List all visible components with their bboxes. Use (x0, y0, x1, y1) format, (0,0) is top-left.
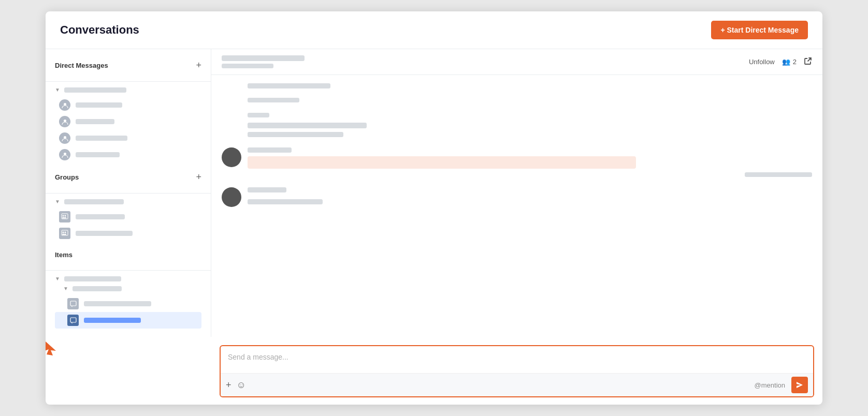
message-item-2-group (222, 113, 812, 137)
svg-point-8 (63, 232, 64, 233)
compose-emoji-button[interactable]: ☺ (237, 380, 246, 390)
items-label-1-skeleton (64, 276, 121, 281)
message-item-1 (222, 83, 812, 102)
add-dm-button[interactable]: + (196, 61, 201, 70)
msg4-line (248, 199, 323, 204)
sidebar-section-direct-messages: Direct Messages + (46, 54, 211, 79)
messages-header: Unfollow 👥 2 (211, 49, 822, 75)
participants-badge[interactable]: 👥 2 (782, 58, 797, 66)
compose-toolbar-right: @mention (755, 377, 808, 393)
sidebar-item-dm-4[interactable] (55, 146, 201, 163)
items-collapse-row-1[interactable]: ▼ (55, 276, 201, 281)
message-content-3 (248, 147, 812, 177)
sidebar-item-chat-2[interactable] (55, 312, 201, 329)
sidebar: Direct Messages + ▼ (46, 49, 211, 337)
app-header: Conversations + Start Direct Message (46, 11, 822, 49)
sidebar-item-chat-1[interactable] (55, 295, 201, 312)
compose-area: Send a message... + ☺ @mention (220, 345, 814, 397)
msg2-lines (248, 123, 812, 137)
sidebar-item-group-2[interactable] (55, 225, 201, 242)
svg-point-9 (65, 232, 66, 233)
chat-icon-1 (67, 298, 79, 309)
msg4-name (248, 187, 286, 192)
group-item-1-label (76, 214, 125, 219)
sidebar-item-dm-1[interactable] (55, 97, 201, 113)
sidebar-item-group-1[interactable] (55, 209, 201, 225)
msg3-header (248, 147, 812, 153)
sidebar-item-dm-3[interactable] (55, 130, 201, 146)
msg2-line1 (248, 123, 367, 128)
dm-collapse-row[interactable]: ▼ (55, 87, 201, 93)
message-content-4 (248, 187, 812, 207)
user-icon-2 (59, 116, 70, 127)
app-container: Conversations + Start Direct Message Dir… (46, 11, 822, 405)
svg-point-1 (64, 120, 66, 122)
dm-item-3-label (76, 136, 127, 141)
divider-1 (46, 81, 211, 82)
section-title-dm: Direct Messages (55, 62, 108, 69)
messages-list (211, 75, 822, 340)
mention-label: @mention (755, 381, 785, 389)
messages-header-left (222, 55, 305, 68)
svg-point-0 (64, 103, 66, 106)
unfollow-button[interactable]: Unfollow (749, 58, 775, 66)
compose-placeholder: Send a message... (228, 353, 288, 361)
divider-2 (46, 193, 211, 194)
external-link-button[interactable] (804, 57, 812, 67)
groups-collapse-row[interactable]: ▼ (55, 199, 201, 204)
main-layout: Direct Messages + ▼ (46, 49, 822, 405)
add-group-button[interactable]: + (196, 172, 201, 182)
sidebar-item-dm-2[interactable] (55, 113, 201, 130)
participants-count: 2 (793, 58, 797, 66)
msg1-line2 (248, 98, 299, 102)
section-header-items: Items (55, 251, 201, 259)
items-label-2-skeleton (73, 286, 122, 291)
dm-item-2-label (76, 119, 114, 124)
section-header-dm: Direct Messages + (55, 61, 201, 70)
svg-rect-11 (70, 318, 76, 322)
divider-3 (46, 270, 211, 271)
compose-toolbar: + ☺ @mention (221, 373, 813, 396)
start-dm-button[interactable]: + Start Direct Message (711, 21, 808, 39)
page-title: Conversations (60, 23, 139, 37)
items-collapse-row-2[interactable]: ▼ (55, 286, 201, 291)
msg1-line1 (248, 83, 330, 88)
svg-point-5 (63, 215, 64, 217)
items-chevron-2-icon: ▼ (63, 286, 68, 291)
content-area: Unfollow 👥 2 (211, 49, 822, 405)
group-icon-2 (59, 228, 70, 239)
msg3-time (745, 172, 812, 177)
message-item-4 (222, 187, 812, 207)
header-subtitle-skeleton (222, 64, 273, 68)
chat-icon-2 (67, 315, 79, 326)
messages-header-right: Unfollow 👥 2 (749, 57, 812, 67)
items-group: ▼ ▼ (46, 273, 211, 332)
svg-point-6 (65, 215, 66, 217)
section-header-groups: Groups + (55, 172, 201, 182)
groups-chevron-icon: ▼ (55, 199, 60, 204)
avatar-2 (222, 187, 241, 207)
svg-rect-10 (70, 301, 76, 306)
dm-item-1-label (76, 102, 122, 108)
sidebar-wrapper: Direct Messages + ▼ (46, 49, 211, 405)
user-icon-4 (59, 149, 70, 160)
group-icon-1 (59, 211, 70, 222)
section-title-groups: Groups (55, 173, 79, 181)
groups-label-skeleton (64, 199, 124, 204)
svg-point-2 (64, 136, 66, 139)
compose-input-area[interactable]: Send a message... (221, 346, 813, 373)
avatar-1 (222, 147, 241, 167)
arrow-indicator (46, 333, 62, 361)
dm-chevron-icon: ▼ (55, 87, 60, 93)
message-bubble-3 (248, 156, 636, 169)
sidebar-section-groups: Groups + (46, 166, 211, 191)
chat-item-1-label (84, 301, 151, 306)
msg4-header (248, 187, 812, 192)
compose-plus-button[interactable]: + (226, 380, 232, 390)
sidebar-section-items: Items (46, 245, 211, 268)
send-button[interactable] (791, 377, 808, 393)
msg2-line2 (248, 132, 343, 137)
dm-group-label-skeleton (64, 87, 126, 93)
participants-icon: 👥 (782, 58, 790, 66)
user-icon-3 (59, 132, 70, 144)
